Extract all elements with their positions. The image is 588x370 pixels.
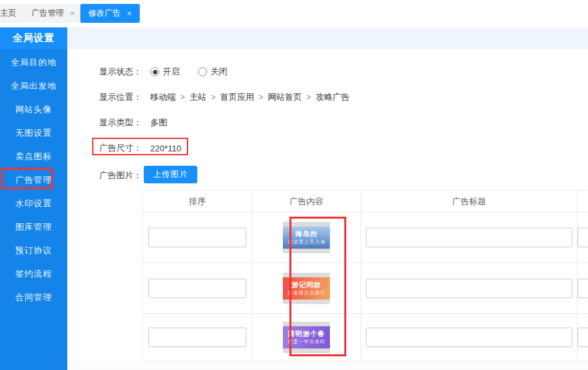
ad-title-input[interactable]: [366, 328, 572, 347]
ad-title-input[interactable]: [366, 279, 572, 298]
sidebar-item-contract-management[interactable]: 合同管理: [0, 286, 67, 309]
breadcrumb-separator: >: [211, 93, 216, 102]
sidebar-header-global-settings[interactable]: 全局设置: [0, 27, 67, 49]
tab-ad-management[interactable]: 广告管理 ×: [24, 4, 83, 23]
column-header-ad-content: 广告内容: [252, 191, 361, 213]
extra-input[interactable]: [578, 228, 588, 247]
breadcrumb-separator: >: [180, 93, 185, 102]
ad-thumbnail-title: 游记同款: [291, 281, 321, 289]
ads-table: 排序 广告内容 广告标题 海岛控 在这里上天入海 游记同款 跟着楼主去旅行: [142, 190, 588, 362]
column-header-ad-title: 广告标题: [361, 191, 578, 213]
ad-thumbnail[interactable]: 清明游个春 最是一年出发时: [283, 322, 330, 353]
column-header-extra: [578, 191, 588, 213]
close-icon[interactable]: ×: [70, 9, 75, 18]
display-position-row: 显示位置： 移动端 > 主站 > 首页应用 > 网站首页 > 攻略广告: [99, 91, 350, 103]
breadcrumb-separator: >: [306, 93, 311, 102]
sidebar-item-signing-process[interactable]: 签约流程: [0, 262, 67, 286]
breadcrumb-segment: 网站首页: [268, 91, 302, 103]
display-type-value: 多图: [150, 117, 167, 129]
sidebar-item-no-image-settings[interactable]: 无图设置: [0, 121, 67, 145]
table-cell-extra: [578, 263, 588, 314]
sidebar-item-selling-point-icons[interactable]: 卖点图标: [0, 145, 67, 168]
table-cell-ad-title: [361, 213, 578, 263]
table-cell-sort: [143, 263, 252, 314]
tab-ad-management-label: 广告管理: [31, 8, 64, 19]
ad-thumbnail[interactable]: 海岛控 在这里上天入海: [283, 222, 330, 253]
display-position-label: 显示位置：: [99, 91, 142, 103]
content-header-strip: [67, 27, 588, 49]
ad-size-value: 220*110: [150, 144, 181, 153]
tab-bar: 主页 广告管理 × 修改广告 ×: [0, 0, 588, 27]
sidebar-item-ad-management[interactable]: 广告管理: [0, 168, 67, 192]
sidebar-item-site-avatar[interactable]: 网站头像: [0, 98, 67, 121]
radio-off[interactable]: [198, 67, 207, 76]
upload-image-button[interactable]: 上传图片: [144, 166, 197, 183]
ad-thumbnail-subtitle: 最是一年出发时: [287, 338, 325, 345]
table-cell-ad-title: [361, 263, 578, 314]
tab-edit-ad[interactable]: 修改广告 ×: [80, 4, 140, 23]
sidebar: 全局设置 全局目的地 全局出发地 网站头像 无图设置 卖点图标 广告管理 水印设…: [0, 27, 67, 370]
sidebar-menu: 全局目的地 全局出发地 网站头像 无图设置 卖点图标 广告管理 水印设置 图库管…: [0, 49, 67, 309]
tab-home-label: 主页: [0, 8, 16, 19]
ad-size-row: 广告尺寸： 220*110: [99, 142, 181, 154]
radio-off-label: 关闭: [210, 66, 227, 78]
table-cell-sort: [143, 314, 252, 362]
page-bottom-strip: [67, 362, 588, 370]
ad-image-row: 广告图片：: [99, 170, 150, 181]
display-type-row: 显示类型： 多图: [99, 117, 167, 129]
tab-home[interactable]: 主页: [0, 4, 25, 23]
table-cell-ad-content: 清明游个春 最是一年出发时: [252, 314, 361, 362]
table-cell-ad-title: [361, 314, 578, 362]
table-cell-sort: [143, 213, 252, 263]
sidebar-item-global-destination[interactable]: 全局目的地: [0, 51, 67, 74]
table-cell-ad-content: 游记同款 跟着楼主去旅行: [252, 263, 361, 314]
breadcrumb-segment: 主站: [189, 91, 206, 103]
sidebar-item-gallery-management[interactable]: 图库管理: [0, 215, 67, 239]
breadcrumb-segment: 攻略广告: [316, 91, 350, 103]
ad-size-label: 广告尺寸：: [99, 142, 142, 154]
ad-thumbnail[interactable]: 游记同款 跟着楼主去旅行: [283, 273, 330, 304]
ad-thumbnail-title: 清明游个春: [287, 330, 325, 338]
table-cell-extra: [578, 213, 588, 263]
radio-on-label: 开启: [163, 66, 180, 78]
column-header-sort: 排序: [143, 191, 252, 213]
sort-input[interactable]: [148, 328, 246, 347]
breadcrumb-segment: 移动端: [150, 91, 176, 103]
table-cell-extra: [578, 314, 588, 362]
sidebar-item-booking-agreement[interactable]: 预订协议: [0, 239, 67, 262]
table-cell-ad-content: 海岛控 在这里上天入海: [252, 213, 361, 263]
sort-input[interactable]: [148, 279, 246, 298]
sort-input[interactable]: [148, 228, 246, 247]
breadcrumb-segment: 首页应用: [220, 91, 254, 103]
display-status-label: 显示状态：: [99, 66, 142, 78]
ad-thumbnail-subtitle: 在这里上天入海: [287, 238, 325, 245]
radio-on[interactable]: [150, 67, 159, 76]
close-icon[interactable]: ×: [127, 9, 132, 18]
breadcrumb-separator: >: [259, 93, 263, 102]
sidebar-item-global-departure[interactable]: 全局出发地: [0, 74, 67, 98]
tab-edit-ad-label: 修改广告: [88, 8, 121, 19]
sidebar-item-watermark-settings[interactable]: 水印设置: [0, 192, 67, 215]
display-type-label: 显示类型：: [99, 117, 142, 129]
extra-input[interactable]: [578, 279, 588, 298]
ad-thumbnail-title: 海岛控: [295, 230, 318, 238]
ad-image-label: 广告图片：: [99, 170, 142, 181]
extra-input[interactable]: [578, 328, 588, 347]
ad-thumbnail-subtitle: 跟着楼主去旅行: [287, 289, 325, 296]
ad-title-input[interactable]: [366, 228, 572, 247]
display-status-row: 显示状态： 开启 关闭: [99, 66, 246, 78]
